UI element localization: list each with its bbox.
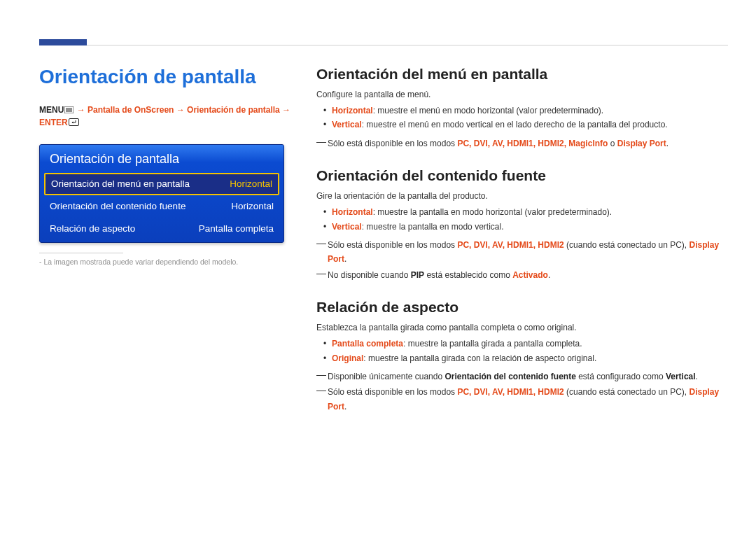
osd-row-value: Horizontal — [231, 201, 274, 211]
list-item: Vertical: muestre el menú en modo vertic… — [332, 118, 728, 132]
osd-row-value: Horizontal — [230, 178, 272, 189]
list-item: Original: muestre la pantalla girada con… — [332, 351, 728, 365]
breadcrumb-menu-label: MENU — [39, 105, 64, 115]
footnote-text: La imagen mostrada puede variar dependie… — [43, 258, 238, 266]
note-line: Sólo está disponible en los modos PC, DV… — [316, 385, 728, 414]
osd-row-label: Relación de aspecto — [50, 223, 135, 234]
bullet-list: Pantalla completa: muestre la pantalla g… — [316, 337, 728, 365]
option-name: Vertical — [332, 222, 362, 232]
note-line: Sólo está disponible en los modos PC, DV… — [316, 238, 728, 267]
option-desc: : muestre el menú en modo vertical en el… — [362, 120, 668, 129]
osd-title: Orientación de pantalla — [40, 145, 284, 173]
bullet-list: Horizontal: muestre el menú en modo hori… — [316, 104, 728, 132]
option-name: Vertical — [332, 120, 362, 129]
page-accent — [39, 39, 87, 45]
footnote: - La imagen mostrada puede variar depend… — [39, 258, 298, 266]
list-item: Vertical: muestre la pantalla en modo ve… — [332, 220, 728, 234]
option-name: Original — [332, 353, 363, 363]
list-item: Horizontal: muestre el menú en modo hori… — [332, 104, 728, 118]
list-item: Pantalla completa: muestre la pantalla g… — [332, 337, 728, 351]
osd-row-label: Orientación del contenido fuente — [50, 201, 186, 211]
page-title: Orientación de pantalla — [39, 66, 298, 88]
section-heading: Orientación del menú en pantalla — [316, 66, 728, 83]
osd-row-aspect-ratio[interactable]: Relación de aspecto Pantalla completa — [40, 218, 284, 242]
section-intro: Gire la orientación de la pantalla del p… — [316, 191, 728, 201]
osd-row-menu-orientation[interactable]: Orientación del menú en pantalla Horizon… — [44, 173, 279, 195]
osd-row-value: Pantalla completa — [199, 223, 274, 234]
bullet-list: Horizontal: muestre la pantalla en modo … — [316, 205, 728, 234]
footnote-separator — [39, 253, 123, 253]
section-content-orientation: Orientación del contenido fuente Gire la… — [316, 167, 728, 282]
enter-icon — [69, 118, 79, 126]
footnote-dash: - — [39, 258, 42, 266]
osd-row-label: Orientación del menú en pantalla — [51, 178, 190, 189]
option-desc: : muestre la pantalla girada a pantalla … — [403, 339, 582, 349]
option-name: Pantalla completa — [332, 339, 403, 349]
option-desc: : muestre la pantalla en modo vertical. — [362, 222, 504, 232]
section-menu-orientation: Orientación del menú en pantalla Configu… — [316, 66, 728, 150]
section-heading: Relación de aspecto — [316, 299, 728, 316]
right-column: Orientación del menú en pantalla Configu… — [316, 66, 728, 430]
note-line: Disponible únicamente cuando Orientación… — [316, 370, 728, 384]
section-aspect-ratio: Relación de aspecto Establezca la pantal… — [316, 299, 728, 414]
osd-panel: Orientación de pantalla Orientación del … — [39, 144, 284, 243]
list-item: Horizontal: muestre la pantalla en modo … — [332, 205, 728, 219]
breadcrumb: MENU → Pantalla de OnScreen → Orientació… — [39, 104, 298, 129]
option-name: Horizontal — [332, 106, 373, 115]
note-line: Sólo está disponible en los modos PC, DV… — [316, 136, 728, 150]
section-intro: Configure la pantalla de menú. — [316, 90, 728, 99]
section-heading: Orientación del contenido fuente — [316, 167, 728, 184]
section-intro: Establezca la pantalla girada como panta… — [316, 323, 728, 332]
osd-row-content-orientation[interactable]: Orientación del contenido fuente Horizon… — [40, 195, 284, 218]
option-desc: : muestre la pantalla en modo horizontal… — [373, 207, 612, 217]
left-column: Orientación de pantalla MENU → Pantalla … — [39, 66, 298, 430]
option-desc: : muestre el menú en modo horizontal (va… — [373, 106, 604, 115]
menu-icon — [64, 106, 74, 113]
note-line: No disponible cuando PIP está establecid… — [316, 268, 728, 282]
page-rule — [87, 45, 728, 45]
option-name: Horizontal — [332, 207, 373, 217]
option-desc: : muestre la pantalla girada con la rela… — [363, 353, 596, 363]
